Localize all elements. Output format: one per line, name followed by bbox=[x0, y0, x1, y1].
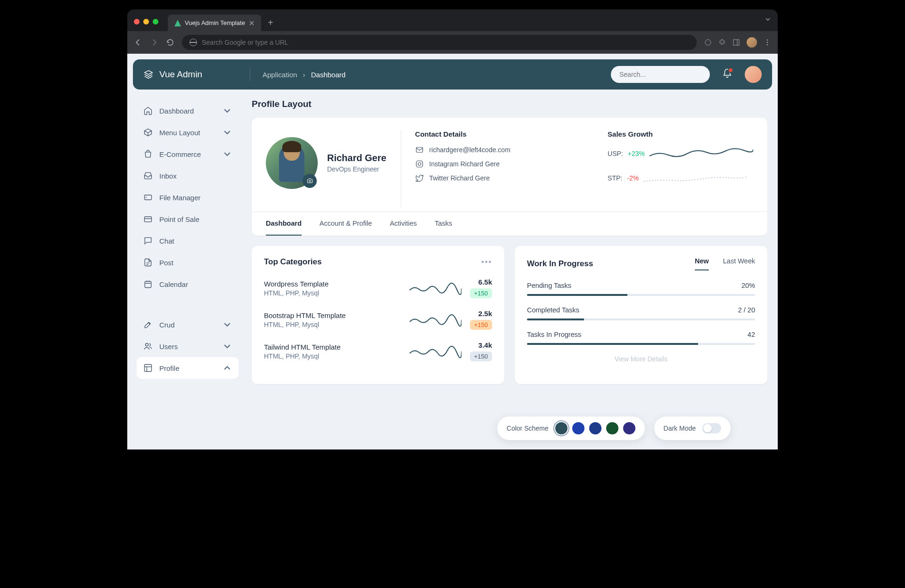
reload-icon[interactable] bbox=[166, 38, 174, 47]
wip-panel: Work In Progress New Last Week Pending T… bbox=[515, 246, 767, 384]
layout-icon bbox=[143, 363, 153, 373]
sparkline bbox=[650, 147, 753, 161]
panel-icon[interactable] bbox=[732, 39, 740, 46]
category-row: Wordpress TemplateHTML, PHP, Mysql 6.5k+… bbox=[264, 278, 492, 298]
notifications-button[interactable] bbox=[722, 68, 732, 81]
category-title: Bootstrap HTML Template bbox=[264, 311, 401, 319]
globe-icon bbox=[189, 39, 197, 46]
sidebar-item-inbox[interactable]: Inbox bbox=[137, 165, 239, 187]
contact-row: richardgere@left4code.com bbox=[415, 146, 510, 154]
search-box[interactable] bbox=[611, 66, 710, 83]
panel-title: Work In Progress bbox=[527, 259, 593, 269]
tabs-dropdown-icon[interactable] bbox=[758, 9, 778, 31]
profile-tab-dashboard[interactable]: Dashboard bbox=[266, 212, 302, 236]
wip-tab-last-week[interactable]: Last Week bbox=[723, 257, 755, 270]
svg-point-23 bbox=[421, 162, 422, 163]
sidebar-item-point-of-sale[interactable]: Point of Sale bbox=[137, 208, 239, 230]
page-title: Profile Layout bbox=[252, 99, 767, 109]
color-swatch[interactable] bbox=[555, 422, 568, 434]
svg-rect-11 bbox=[145, 281, 151, 287]
svg-rect-9 bbox=[145, 217, 152, 222]
menu-icon[interactable] bbox=[764, 39, 771, 46]
sidebar-item-profile[interactable]: Profile bbox=[137, 357, 239, 379]
progress-row: Completed Tasks2 / 20 bbox=[527, 306, 755, 320]
profile-tab-account-profile[interactable]: Account & Profile bbox=[320, 212, 372, 236]
instagram-icon bbox=[415, 160, 424, 168]
home-icon bbox=[143, 106, 153, 115]
sidebar-item-crud[interactable]: Crud bbox=[137, 314, 239, 335]
progress-value: 20% bbox=[741, 282, 755, 289]
category-delta-badge: +150 bbox=[470, 288, 492, 298]
category-row: Bootstrap HTML TemplateHTML, PHP, Mysql … bbox=[264, 310, 492, 330]
sidebar-item-post[interactable]: Post bbox=[137, 252, 239, 273]
chat-icon bbox=[143, 236, 153, 245]
calendar-icon bbox=[143, 279, 153, 289]
browser-tab[interactable]: Vuejs Admin Template bbox=[168, 15, 261, 31]
profile-photo bbox=[266, 137, 318, 189]
category-subtitle: HTML, PHP, Mysql bbox=[264, 352, 401, 360]
user-avatar[interactable] bbox=[745, 66, 762, 83]
profile-tab-activities[interactable]: Activities bbox=[390, 212, 417, 236]
app-header: Vue Admin Application › Dashboard bbox=[133, 59, 772, 90]
sidebar-item-label: Crud bbox=[159, 321, 175, 329]
svg-rect-16 bbox=[145, 365, 152, 372]
inbox-icon bbox=[143, 171, 153, 180]
sidebar-item-menu-layout[interactable]: Menu Layout bbox=[137, 122, 239, 143]
svg-point-0 bbox=[705, 40, 711, 45]
extensions-icon[interactable] bbox=[718, 39, 726, 46]
new-tab-button[interactable]: + bbox=[268, 17, 273, 28]
color-swatch[interactable] bbox=[572, 422, 584, 434]
category-delta-badge: +150 bbox=[470, 320, 492, 330]
category-title: Wordpress Template bbox=[264, 280, 401, 288]
back-icon[interactable] bbox=[134, 38, 142, 47]
category-delta-badge: +150 bbox=[470, 351, 492, 361]
sidebar-item-label: Dashboard bbox=[159, 107, 194, 115]
svg-point-19 bbox=[309, 180, 311, 182]
chevron-down-icon bbox=[222, 320, 232, 329]
sidebar-item-users[interactable]: Users bbox=[137, 335, 239, 357]
camera-icon bbox=[306, 177, 313, 184]
category-value: 3.4k bbox=[470, 341, 492, 349]
window-controls[interactable] bbox=[127, 12, 165, 31]
address-bar[interactable] bbox=[182, 35, 697, 50]
wip-tab-new[interactable]: New bbox=[695, 257, 709, 270]
profile-avatar-icon[interactable] bbox=[747, 37, 757, 48]
forward-icon[interactable] bbox=[150, 38, 158, 47]
progress-label: Pending Tasks bbox=[527, 282, 571, 289]
search-input[interactable] bbox=[619, 71, 702, 78]
growth-row: USP: +23% bbox=[608, 147, 753, 161]
sparkline bbox=[410, 313, 461, 327]
dark-mode-toggle[interactable] bbox=[702, 423, 721, 433]
sidebar-item-label: Profile bbox=[159, 364, 180, 372]
brand[interactable]: Vue Admin bbox=[143, 69, 238, 80]
profile-tab-tasks[interactable]: Tasks bbox=[435, 212, 452, 236]
color-swatch[interactable] bbox=[623, 422, 635, 434]
sidebar-item-label: Menu Layout bbox=[159, 129, 200, 137]
svg-point-3 bbox=[767, 40, 768, 41]
category-value: 2.5k bbox=[470, 310, 492, 318]
svg-point-5 bbox=[767, 44, 768, 46]
profile-name: Richard Gere bbox=[327, 153, 387, 163]
edit-icon bbox=[143, 320, 153, 329]
color-swatch[interactable] bbox=[589, 422, 601, 434]
ext-icon[interactable] bbox=[704, 39, 712, 46]
drive-icon bbox=[143, 193, 153, 202]
svg-point-4 bbox=[767, 42, 768, 43]
change-photo-button[interactable] bbox=[303, 174, 317, 188]
sparkline bbox=[410, 282, 461, 295]
color-scheme-picker: Color Scheme bbox=[497, 416, 645, 440]
close-icon[interactable] bbox=[249, 20, 255, 26]
brand-text: Vue Admin bbox=[159, 69, 202, 80]
url-input[interactable] bbox=[202, 39, 689, 46]
sidebar-item-calendar[interactable]: Calendar bbox=[137, 273, 239, 295]
more-icon[interactable]: ••• bbox=[481, 258, 492, 266]
progress-value: 42 bbox=[748, 331, 755, 338]
sidebar-item-e-commerce[interactable]: E-Commerce bbox=[137, 143, 239, 165]
sidebar-item-file-manager[interactable]: File Manager bbox=[137, 187, 239, 208]
dark-mode-toggle-card: Dark Mode bbox=[654, 416, 731, 440]
color-swatch[interactable] bbox=[606, 422, 618, 434]
svg-point-8 bbox=[146, 197, 147, 198]
view-more-link[interactable]: View More Details bbox=[527, 355, 755, 363]
sidebar-item-dashboard[interactable]: Dashboard bbox=[137, 100, 239, 122]
sidebar-item-chat[interactable]: Chat bbox=[137, 230, 239, 252]
